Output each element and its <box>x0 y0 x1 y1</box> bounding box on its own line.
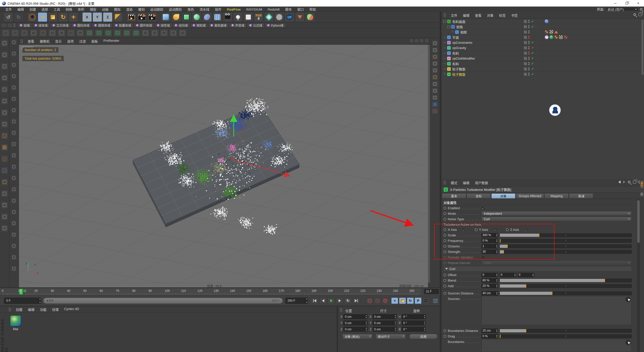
menu-item[interactable]: 模式 <box>448 180 460 185</box>
size-mode-dropdown[interactable]: 绝对尺寸 <box>376 334 406 339</box>
expander-icon[interactable]: ─ <box>443 67 446 70</box>
menu-item[interactable]: 捕捉 <box>87 8 99 11</box>
offset-z-input[interactable]: 0 <box>518 273 534 277</box>
modeling-tool-button[interactable] <box>29 29 38 37</box>
layout-palette-button[interactable] <box>432 47 438 53</box>
goto-end-button[interactable] <box>352 297 360 304</box>
field-tool-button[interactable]: 公式域 <box>247 23 264 28</box>
spinner-arrows[interactable] <box>495 250 498 254</box>
size-z-input[interactable]: 0 cm <box>373 327 397 332</box>
scale-slider[interactable] <box>500 233 632 237</box>
object-name[interactable]: 平面 <box>452 35 459 40</box>
blend-input[interactable]: 80 % <box>481 278 498 283</box>
field-tool-button[interactable]: 线性域 <box>155 23 172 28</box>
visibility-toggle[interactable] <box>524 62 527 65</box>
blend-slider[interactable] <box>500 279 632 282</box>
spinner-arrows[interactable] <box>495 233 498 237</box>
menu-item[interactable]: 插件 <box>212 8 224 11</box>
object-row[interactable]: ─ xpGravity × <box>441 45 644 51</box>
menu-item[interactable]: 选择 <box>39 8 51 11</box>
spinner-arrows[interactable] <box>495 239 498 243</box>
panel-drag-handle[interactable] <box>444 13 446 17</box>
anim-dot-icon[interactable] <box>444 329 446 332</box>
enabled-checkbox[interactable]: ✓ <box>481 206 485 210</box>
layout-palette-button[interactable] <box>432 95 438 101</box>
spinner-arrows[interactable] <box>495 334 498 338</box>
add-array-button[interactable] <box>192 12 202 22</box>
left-tool-button[interactable] <box>1 86 8 93</box>
visibility-dots[interactable] <box>528 52 530 55</box>
lock-icon[interactable] <box>633 181 636 184</box>
object-name[interactable]: 相框 <box>460 30 467 34</box>
frequency-slider[interactable] <box>500 239 632 243</box>
anim-dot-icon[interactable] <box>475 228 477 231</box>
tab-layers[interactable]: 层 <box>640 191 644 197</box>
key-rotation-button[interactable]: ↻ <box>407 297 414 304</box>
mode-dropdown[interactable]: Independent <box>481 211 632 216</box>
texture-tag-icon[interactable] <box>549 35 553 39</box>
menu-item[interactable]: 显示 <box>52 39 64 43</box>
visibility-toggle[interactable] <box>524 67 527 71</box>
prev-frame-button[interactable] <box>319 297 327 304</box>
spinner-arrows[interactable] <box>495 291 498 295</box>
modeling-tool-button[interactable] <box>113 29 122 37</box>
lock-y-button[interactable]: Y <box>93 12 102 22</box>
visibility-toggle[interactable] <box>524 36 527 39</box>
object-row[interactable]: ─ 平面 <box>441 35 644 40</box>
menu-item[interactable]: 选项 <box>64 39 76 43</box>
scale-button[interactable] <box>48 12 58 22</box>
field-tool-button[interactable]: Python域 <box>265 23 286 28</box>
visibility-dots[interactable] <box>528 67 530 70</box>
menu-item[interactable]: INSYDIUM <box>243 8 265 11</box>
cloth-tag-icon[interactable] <box>545 35 549 39</box>
expander-icon[interactable]: − <box>443 20 446 23</box>
left-tool-button[interactable] <box>1 74 8 81</box>
visibility-toggle[interactable] <box>524 41 527 44</box>
menu-item[interactable]: 过滤 <box>76 39 89 43</box>
enable-mark[interactable]: ✓ <box>531 51 534 55</box>
pick-cursor-icon[interactable] <box>626 340 631 345</box>
sources-list-box[interactable] <box>481 296 632 325</box>
viewport-layout-icon[interactable] <box>415 39 419 43</box>
object-name[interactable]: 粒子飘散 <box>452 67 465 71</box>
tag-list[interactable] <box>545 19 549 23</box>
object-row[interactable]: − 倒角 ✓ <box>441 24 644 29</box>
restore-button[interactable] <box>621 0 632 7</box>
spinner-arrows[interactable] <box>394 315 396 319</box>
visibility-dots[interactable] <box>528 30 530 33</box>
range-handle-icon[interactable] <box>47 300 48 301</box>
expander-icon[interactable]: ─ <box>443 52 446 55</box>
frequency-input[interactable]: 0 % <box>481 239 498 243</box>
anim-dot-icon[interactable] <box>444 207 446 209</box>
field-tool-button[interactable]: 径向域 <box>173 23 190 28</box>
snap-tool-button[interactable] <box>11 62 17 68</box>
modeling-tool-button[interactable] <box>48 29 57 37</box>
loop-button[interactable]: ↻ <box>344 297 352 304</box>
object-row[interactable]: ─ xpConstraints ✓ <box>441 40 644 45</box>
menu-item[interactable]: 功能 <box>37 307 49 312</box>
snap-tool-button[interactable] <box>11 220 17 227</box>
snap-tool-button[interactable] <box>11 232 17 238</box>
spinner-arrows[interactable] <box>495 279 498 282</box>
scale-input[interactable]: 300 % <box>481 233 498 237</box>
attribute-tab[interactable]: 坐标 <box>467 193 491 199</box>
modeling-tool-button[interactable] <box>169 29 178 37</box>
snap-tool-button[interactable] <box>11 243 17 249</box>
panel-splitter[interactable] <box>440 12 441 352</box>
offset-y-input[interactable]: 0 <box>500 273 516 277</box>
object-name[interactable]: xpGravity <box>452 46 466 50</box>
menu-item[interactable]: 创建 <box>27 8 39 11</box>
enable-mark[interactable]: ✓ <box>531 41 534 44</box>
xpresso-button[interactable] <box>264 12 274 22</box>
octaves-input[interactable]: 1 <box>481 244 498 248</box>
last-tool-button[interactable]: + <box>69 12 78 22</box>
field-tool-button[interactable]: 圆环体域 <box>134 23 154 28</box>
frame-range-slider[interactable]: 0 F 250 F <box>43 298 283 304</box>
left-tool-button[interactable] <box>1 213 8 220</box>
sources-distance-slider[interactable] <box>500 291 632 295</box>
spinner-arrows[interactable] <box>513 273 516 277</box>
menu-item[interactable]: RealFlow <box>224 8 243 11</box>
spinner-arrows[interactable] <box>495 244 498 248</box>
snap-tool-button[interactable] <box>11 198 17 204</box>
menu-item[interactable]: 雕刻 <box>135 8 147 11</box>
